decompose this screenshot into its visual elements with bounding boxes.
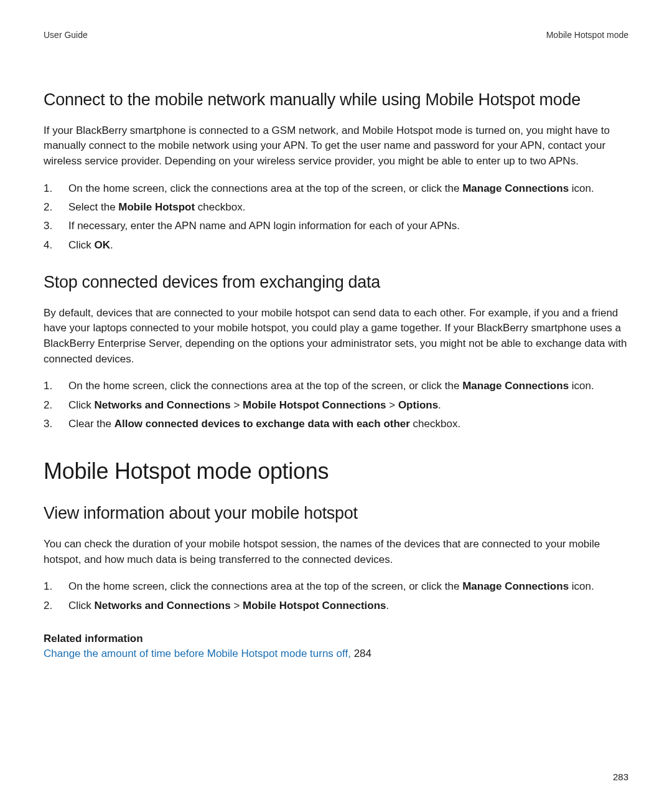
header-right: Mobile Hotspot mode — [546, 30, 628, 40]
list-item: If necessary, enter the APN name and APN… — [44, 218, 628, 234]
list-item: Clear the Allow connected devices to exc… — [44, 416, 628, 432]
intro-view-info: You can check the duration of your mobil… — [44, 537, 628, 567]
intro-connect-manually: If your BlackBerry smartphone is connect… — [44, 123, 628, 169]
heading-view-info: View information about your mobile hotsp… — [44, 503, 628, 524]
heading-connect-manually: Connect to the mobile network manually w… — [44, 90, 628, 111]
steps-view-info: On the home screen, click the connection… — [44, 578, 628, 614]
heading-stop-exchange: Stop connected devices from exchanging d… — [44, 272, 628, 293]
page-content: User Guide Mobile Hotspot mode Connect t… — [0, 0, 672, 807]
list-item: Select the Mobile Hotspot checkbox. — [44, 199, 628, 215]
list-item: Click OK. — [44, 237, 628, 253]
list-item: Click Networks and Connections > Mobile … — [44, 598, 628, 614]
steps-stop-exchange: On the home screen, click the connection… — [44, 378, 628, 432]
list-item: Click Networks and Connections > Mobile … — [44, 397, 628, 413]
related-link-page: 284 — [354, 648, 371, 659]
related-information-label: Related information — [44, 633, 628, 645]
steps-connect-manually: On the home screen, click the connection… — [44, 181, 628, 253]
heading-options: Mobile Hotspot mode options — [44, 458, 628, 484]
running-header: User Guide Mobile Hotspot mode — [44, 30, 628, 40]
list-item: On the home screen, click the connection… — [44, 578, 628, 595]
intro-stop-exchange: By default, devices that are connected t… — [44, 306, 628, 367]
page-number: 283 — [613, 772, 628, 782]
related-link-row: Change the amount of time before Mobile … — [44, 648, 628, 660]
list-item: On the home screen, click the connection… — [44, 181, 628, 197]
list-item: On the home screen, click the connection… — [44, 378, 628, 394]
header-left: User Guide — [44, 30, 88, 40]
related-link[interactable]: Change the amount of time before Mobile … — [44, 648, 354, 659]
